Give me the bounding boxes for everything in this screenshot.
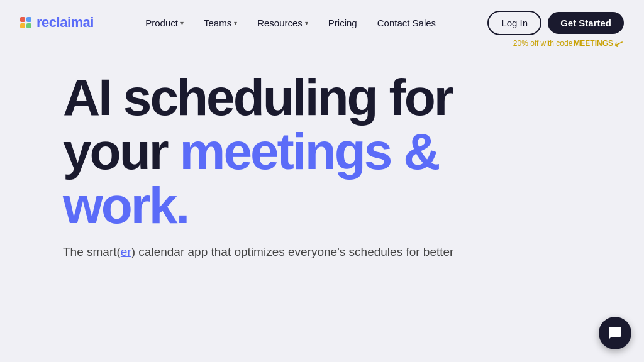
nav-link-teams[interactable]: Teams ▾: [195, 13, 246, 33]
logo-icon: [20, 17, 31, 28]
chat-icon: [608, 326, 623, 341]
logo[interactable]: reclaimai: [20, 14, 94, 31]
get-started-button[interactable]: Get Started: [548, 12, 624, 34]
nav-item-resources[interactable]: Resources ▾: [248, 13, 317, 33]
nav-link-resources[interactable]: Resources ▾: [248, 13, 317, 33]
nav-links: Product ▾ Teams ▾ Resources ▾ Pricing Co…: [136, 13, 445, 33]
chevron-down-icon: ▾: [180, 19, 184, 26]
nav-item-product[interactable]: Product ▾: [136, 13, 192, 33]
nav-item-teams[interactable]: Teams ▾: [195, 13, 246, 33]
nav-link-contact[interactable]: Contact Sales: [369, 13, 445, 33]
nav-actions: Log In Get Started 20% off with code MEE…: [487, 11, 624, 35]
chevron-down-icon: ▾: [234, 19, 237, 26]
subtitle-link[interactable]: er: [121, 245, 131, 258]
navbar: reclaimai Product ▾ Teams ▾ Resources ▾ …: [0, 0, 644, 45]
hero-section: AI scheduling for your meetings & work. …: [0, 45, 644, 272]
logo-text: reclaimai: [36, 14, 94, 31]
chat-button[interactable]: [599, 317, 631, 349]
hero-title: AI scheduling for your meetings & work.: [63, 70, 581, 233]
hero-subtitle: The smart(er) calendar app that optimize…: [63, 245, 581, 259]
chevron-down-icon: ▾: [305, 19, 308, 26]
nav-link-pricing[interactable]: Pricing: [319, 13, 366, 33]
nav-link-product[interactable]: Product ▾: [136, 13, 192, 33]
discount-badge: 20% off with code MEETINGS ↙: [513, 36, 624, 50]
login-button[interactable]: Log In: [487, 11, 541, 35]
nav-item-pricing[interactable]: Pricing: [319, 13, 366, 33]
nav-item-contact[interactable]: Contact Sales: [369, 13, 445, 33]
